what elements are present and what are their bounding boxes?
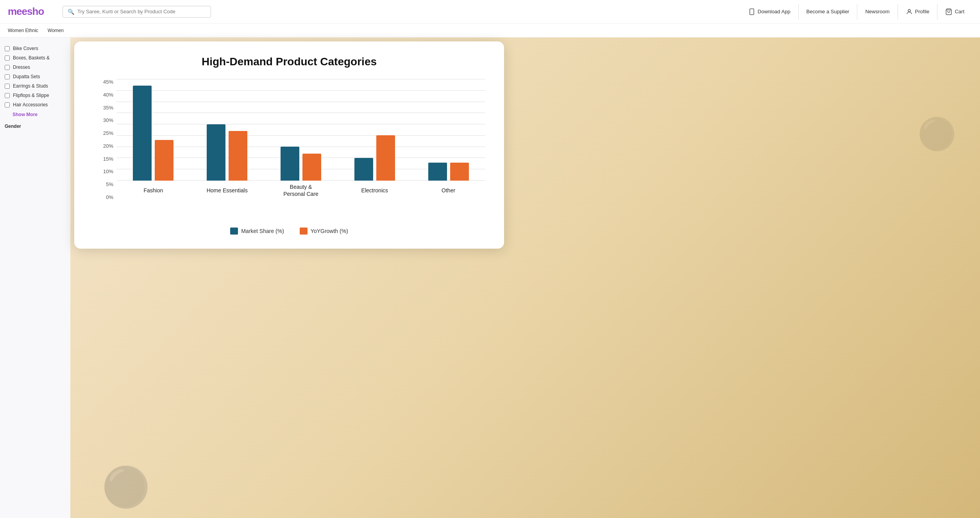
checkbox-dupatta[interactable]: [5, 74, 10, 79]
legend-teal-box: [230, 228, 238, 235]
y-label-20: 20%: [93, 143, 113, 149]
checkbox-bike-covers[interactable]: [5, 46, 10, 51]
y-label-5: 5%: [93, 181, 113, 187]
legend-orange-box: [300, 228, 308, 235]
main: Bike Covers Boxes, Baskets & Dresses Dup…: [0, 38, 980, 518]
category-group-3: [338, 79, 411, 181]
y-label-15: 15%: [93, 156, 113, 162]
bar-market-share-1: [207, 124, 225, 181]
svg-rect-0: [750, 9, 754, 14]
sub-nav-item-women[interactable]: Women: [48, 28, 64, 33]
cart-label: Cart: [955, 9, 964, 14]
x-label-4: Other: [411, 181, 485, 200]
y-label-25: 25%: [93, 130, 113, 136]
sidebar-label-flipflops: Flipflops & Slippe: [13, 93, 49, 98]
bar-yoy-growth-4: [450, 163, 469, 181]
category-group-1: [190, 79, 264, 181]
bar-yoy-growth-0: [155, 140, 173, 181]
checkbox-earrings[interactable]: [5, 84, 10, 89]
newsroom-label: Newsroom: [865, 9, 889, 14]
header-nav: Download App Become a Supplier Newsroom …: [740, 4, 972, 20]
x-label-1: Home Essentials: [190, 181, 264, 200]
sidebar-item-boxes[interactable]: Boxes, Baskets &: [5, 53, 66, 63]
bar-yoy-growth-2: [302, 154, 321, 181]
y-label-30: 30%: [93, 117, 113, 123]
sidebar: Bike Covers Boxes, Baskets & Dresses Dup…: [0, 38, 70, 518]
y-label-40: 40%: [93, 92, 113, 98]
legend-yoy-growth: YoYGrowth (%): [300, 228, 348, 235]
cart-icon: [945, 8, 952, 15]
bar-yoy-growth-3: [376, 135, 395, 181]
checkbox-hair[interactable]: [5, 102, 10, 108]
logo[interactable]: meesho: [8, 5, 55, 18]
sidebar-label-dupatta: Dupatta Sets: [13, 74, 40, 79]
sidebar-item-earrings[interactable]: Earrings & Studs: [5, 81, 66, 91]
profile-icon: [906, 8, 913, 15]
show-more-button[interactable]: Show More: [13, 112, 66, 117]
bar-market-share-2: [281, 147, 299, 181]
legend-market-share: Market Share (%): [230, 228, 284, 235]
checkbox-dresses[interactable]: [5, 65, 10, 70]
download-app-nav-item[interactable]: Download App: [740, 4, 799, 20]
sub-nav: Women Ethnic Women: [0, 23, 980, 38]
profile-nav-item[interactable]: Profile: [898, 4, 938, 20]
bars-container: [116, 79, 485, 181]
header: meesho 🔍 Download App Become a Supplier …: [0, 0, 980, 23]
bar-yoy-growth-1: [229, 131, 247, 181]
sidebar-label-dresses: Dresses: [13, 65, 30, 70]
search-input[interactable]: [77, 9, 206, 14]
search-icon: 🔍: [68, 9, 74, 15]
chart-title: High-Demand Product Categories: [93, 56, 485, 68]
sub-nav-item-women-ethnic[interactable]: Women Ethnic: [8, 28, 38, 33]
y-label-10: 10%: [93, 168, 113, 174]
sidebar-item-hair[interactable]: Hair Accessories: [5, 100, 66, 109]
bar-market-share-4: [428, 163, 447, 181]
legend-yoy-growth-label: YoYGrowth (%): [311, 228, 348, 234]
x-label-0: Fashion: [116, 181, 190, 200]
sidebar-item-bike-covers[interactable]: Bike Covers: [5, 44, 66, 53]
legend: Market Share (%) YoYGrowth (%): [93, 228, 485, 235]
sidebar-label-earrings: Earrings & Studs: [13, 83, 48, 89]
y-label-45: 45%: [93, 79, 113, 85]
category-group-2: [264, 79, 338, 181]
sidebar-item-dupatta[interactable]: Dupatta Sets: [5, 72, 66, 81]
bar-market-share-3: [354, 158, 373, 181]
chart-inner: FashionHome EssentialsBeauty &Personal C…: [116, 79, 485, 200]
search-bar[interactable]: 🔍: [63, 6, 211, 18]
cart-nav-item[interactable]: Cart: [937, 4, 972, 20]
x-label-3: Electronics: [338, 181, 411, 200]
sidebar-label-bike-covers: Bike Covers: [13, 46, 38, 51]
x-label-2: Beauty &Personal Care: [264, 181, 338, 200]
sidebar-label-boxes: Boxes, Baskets &: [13, 55, 50, 61]
sidebar-item-flipflops[interactable]: Flipflops & Slippe: [5, 91, 66, 100]
mobile-icon: [748, 8, 755, 15]
chart-area: 0% 5% 10% 15% 20% 25% 30% 35% 40% 45%: [93, 79, 485, 220]
sidebar-item-dresses[interactable]: Dresses: [5, 63, 66, 72]
bar-market-share-0: [133, 86, 152, 181]
y-label-0: 0%: [93, 194, 113, 200]
chart-modal: High-Demand Product Categories 0% 5% 10%…: [74, 41, 504, 249]
sidebar-label-hair: Hair Accessories: [13, 102, 48, 108]
category-group-4: [411, 79, 485, 181]
checkbox-flipflops[interactable]: [5, 93, 10, 98]
svg-point-2: [908, 9, 910, 12]
y-label-35: 35%: [93, 105, 113, 111]
newsroom-nav-item[interactable]: Newsroom: [857, 4, 898, 20]
category-group-0: [116, 79, 190, 181]
y-axis: 0% 5% 10% 15% 20% 25% 30% 35% 40% 45%: [93, 79, 113, 220]
profile-label: Profile: [915, 9, 930, 14]
x-labels: FashionHome EssentialsBeauty &Personal C…: [116, 181, 485, 200]
legend-market-share-label: Market Share (%): [241, 228, 284, 234]
become-supplier-nav-item[interactable]: Become a Supplier: [799, 4, 858, 20]
download-app-label: Download App: [758, 9, 790, 14]
gender-section: Gender: [5, 124, 66, 129]
become-supplier-label: Become a Supplier: [807, 9, 849, 14]
checkbox-boxes[interactable]: [5, 56, 10, 61]
